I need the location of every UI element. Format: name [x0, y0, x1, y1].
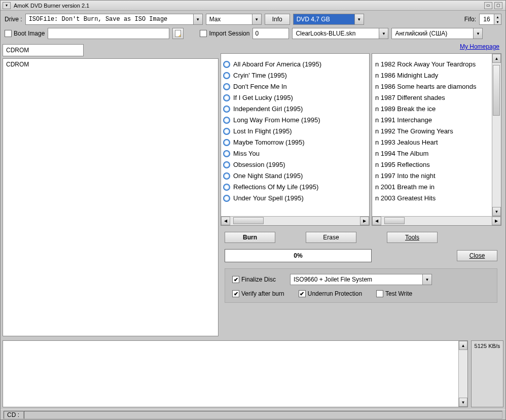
progress-row: 0% Close [221, 249, 501, 262]
minimize-button[interactable]: ▭ [484, 2, 492, 9]
browse-button[interactable] [172, 28, 184, 39]
checkbox-icon[interactable] [376, 290, 383, 297]
v-scrollbar[interactable]: ▲ ▼ [492, 54, 501, 216]
list-item[interactable]: Long Way From Home (1995) [223, 115, 367, 126]
albums-items[interactable]: n 1982 Rock Away Your Teardropsn 1986 Mi… [372, 54, 492, 216]
scroll-right-icon[interactable]: ▶ [360, 217, 369, 225]
erase-button[interactable]: Erase [306, 232, 356, 243]
scroll-thumb[interactable] [493, 65, 500, 116]
list-item[interactable]: n 1987 Different shades [374, 92, 490, 103]
list-item[interactable]: One Night Stand (1995) [223, 170, 367, 182]
list-item[interactable]: Independent Girl (1995) [223, 103, 367, 115]
verify-check[interactable]: ✔ Verify after burn [232, 290, 284, 297]
import-session-input[interactable] [252, 28, 289, 39]
list-item[interactable]: Cryin' Time (1995) [223, 70, 367, 81]
list-item[interactable]: n 1992 The Growing Years [374, 126, 490, 137]
list-item[interactable]: Reflections Of My Life (1995) [223, 182, 367, 193]
language-combo[interactable]: Английский (США) ▼ [391, 28, 483, 39]
scroll-down-icon[interactable]: ▼ [492, 207, 501, 216]
disc-icon [223, 117, 230, 124]
chevron-down-icon[interactable]: ▼ [193, 14, 202, 24]
chevron-down-icon[interactable]: ▼ [473, 28, 482, 39]
list-item[interactable]: n 2003 Greatest Hits [374, 193, 490, 204]
disc-icon [223, 184, 230, 191]
scroll-down-icon[interactable]: ▼ [459, 398, 467, 407]
filesystem-combo[interactable]: ISO9660 + Joilet File System ▼ [290, 274, 432, 285]
disc-icon [223, 172, 230, 180]
checkbox-icon[interactable]: ✔ [299, 290, 306, 297]
list-item[interactable]: Maybe Tomorrow (1995) [223, 137, 367, 148]
list-item[interactable]: If I Get Lucky (1995) [223, 92, 367, 103]
speed-combo[interactable]: Max ▼ [206, 14, 262, 25]
h-scrollbar[interactable]: ◀ ▶ [221, 216, 369, 225]
right-panel: My Homepage All Aboard For America (1995… [221, 44, 501, 336]
list-item[interactable]: n 1989 Break the ice [374, 103, 490, 115]
burn-button[interactable]: Burn [225, 232, 275, 243]
scroll-up-icon[interactable]: ▲ [492, 54, 501, 63]
list-item[interactable]: n 1982 Rock Away Your Teardrops [374, 59, 490, 70]
scroll-thumb[interactable] [384, 217, 405, 224]
boot-image-check[interactable]: Boot Image [5, 30, 45, 37]
list-item[interactable]: n 1986 Midnight Lady [374, 70, 490, 81]
tree-root[interactable]: CDROM [6, 61, 29, 68]
spin-down[interactable]: ▼ [494, 19, 501, 24]
sysmenu-icon[interactable]: ▾ [3, 2, 11, 9]
checkbox-icon[interactable]: ✔ [232, 276, 239, 283]
scroll-left-icon[interactable]: ◀ [372, 217, 381, 225]
disc-type-combo[interactable]: DVD 4,7 GB ▼ [293, 14, 364, 25]
import-session-check[interactable]: Import Session [200, 30, 249, 37]
finalize-check[interactable]: ✔ Finalize Disc [232, 276, 276, 283]
chevron-down-icon[interactable]: ▼ [422, 274, 431, 285]
chevron-down-icon[interactable]: ▼ [252, 14, 261, 24]
albums-listbox[interactable]: n 1982 Rock Away Your Teardropsn 1986 Mi… [372, 53, 501, 226]
status-cell [24, 411, 502, 419]
fifo-spinner[interactable]: ▲ ▼ [479, 14, 501, 25]
tree-view[interactable]: CDROM [3, 58, 219, 336]
close-button[interactable]: Close [457, 250, 497, 261]
list-item[interactable]: n 1997 Into the night [374, 170, 490, 182]
testwrite-check[interactable]: Test Write [376, 290, 412, 297]
list-item[interactable]: n 1995 Reflections [374, 159, 490, 170]
boot-image-input[interactable] [48, 28, 169, 39]
log-textbox[interactable]: ▲ ▼ [3, 340, 468, 407]
fifo-input[interactable] [480, 14, 494, 24]
list-item[interactable]: Don't Fence Me In [223, 81, 367, 92]
action-buttons-row: Burn Erase Tools [221, 230, 501, 245]
scroll-thumb[interactable] [233, 217, 264, 224]
list-item[interactable]: n 2001 Breath me in [374, 182, 490, 193]
tools-button[interactable]: Tools [387, 232, 438, 243]
h-scrollbar[interactable]: ◀ ▶ [372, 216, 501, 225]
list-item[interactable]: Obsession (1995) [223, 159, 367, 170]
chevron-down-icon[interactable]: ▼ [379, 28, 388, 39]
spin-up[interactable]: ▲ [494, 14, 501, 19]
info-button[interactable]: Info [265, 14, 290, 25]
v-scrollbar[interactable]: ▲ ▼ [458, 341, 467, 407]
maximize-button[interactable]: ▢ [494, 2, 502, 9]
list-item[interactable]: Miss You [223, 148, 367, 159]
skin-combo[interactable]: ClearLooks-BLUE.skn ▼ [292, 28, 388, 39]
disc-icon [223, 150, 230, 157]
list-item[interactable]: n 1986 Some hearts are diamonds [374, 81, 490, 92]
log-area: ▲ ▼ 5125 KB/s [1, 338, 505, 409]
disc-icon [223, 161, 230, 168]
chevron-down-icon[interactable]: ▼ [354, 14, 364, 24]
list-item[interactable]: n 1994 The Album [374, 148, 490, 159]
checkbox-icon[interactable]: ✔ [232, 290, 239, 297]
tree-header-input[interactable] [3, 44, 84, 56]
list-item[interactable]: Lost In Flight (1995) [223, 126, 367, 137]
tracks-listbox[interactable]: All Aboard For America (1995)Cryin' Time… [221, 53, 370, 226]
checkbox-icon[interactable] [5, 30, 12, 37]
checkbox-icon[interactable] [200, 30, 207, 37]
scroll-left-icon[interactable]: ◀ [221, 217, 230, 225]
list-item[interactable]: All Aboard For America (1995) [223, 59, 367, 70]
drive-combo[interactable]: ISOFile: Don't Burn, Save as ISO Image ▼ [25, 14, 203, 25]
underrun-check[interactable]: ✔ Underrun Protection [299, 290, 362, 297]
list-item[interactable]: n 1993 Jealous Heart [374, 137, 490, 148]
scroll-up-icon[interactable]: ▲ [459, 341, 467, 350]
homepage-link[interactable]: My Homepage [460, 43, 501, 50]
list-item[interactable]: n 1991 Interchange [374, 115, 490, 126]
list-item[interactable]: Under Your Spell (1995) [223, 193, 367, 204]
scroll-right-icon[interactable]: ▶ [492, 217, 501, 225]
disc-icon [223, 61, 230, 68]
tracks-items[interactable]: All Aboard For America (1995)Cryin' Time… [221, 54, 369, 216]
